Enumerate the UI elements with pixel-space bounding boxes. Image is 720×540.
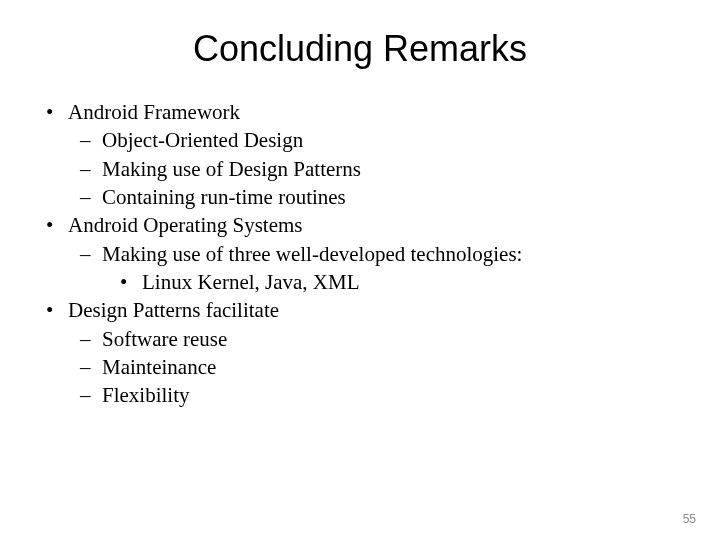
bullet-text: Android Framework	[40, 98, 680, 126]
page-number: 55	[683, 512, 696, 526]
list-item: Mainteinance	[40, 353, 680, 381]
bullet-text: Linux Kernel, Java, XML	[40, 268, 680, 296]
bullet-text: Software reuse	[40, 325, 680, 353]
bullet-list: Android Framework Object-Oriented Design…	[40, 98, 680, 410]
list-item: Containing run-time routines	[40, 183, 680, 211]
bullet-text: Making use of three well-developed techn…	[40, 240, 680, 268]
bullet-text: Object-Oriented Design	[40, 126, 680, 154]
bullet-list: Making use of three well-developed techn…	[40, 240, 680, 297]
list-item: Android Framework Object-Oriented Design…	[40, 98, 680, 211]
bullet-text: Flexibility	[40, 381, 680, 409]
list-item: Making use of three well-developed techn…	[40, 240, 680, 297]
bullet-text: Containing run-time routines	[40, 183, 680, 211]
slide-body: Android Framework Object-Oriented Design…	[40, 98, 680, 410]
list-item: Design Patterns facilitate Software reus…	[40, 296, 680, 409]
list-item: Android Operating Systems Making use of …	[40, 211, 680, 296]
bullet-list: Linux Kernel, Java, XML	[40, 268, 680, 296]
list-item: Software reuse	[40, 325, 680, 353]
bullet-list: Object-Oriented Design Making use of Des…	[40, 126, 680, 211]
list-item: Object-Oriented Design	[40, 126, 680, 154]
bullet-text: Making use of Design Patterns	[40, 155, 680, 183]
bullet-text: Mainteinance	[40, 353, 680, 381]
list-item: Making use of Design Patterns	[40, 155, 680, 183]
bullet-text: Design Patterns facilitate	[40, 296, 680, 324]
list-item: Linux Kernel, Java, XML	[40, 268, 680, 296]
bullet-text: Android Operating Systems	[40, 211, 680, 239]
bullet-list: Software reuse Mainteinance Flexibility	[40, 325, 680, 410]
list-item: Flexibility	[40, 381, 680, 409]
slide-title: Concluding Remarks	[40, 28, 680, 70]
